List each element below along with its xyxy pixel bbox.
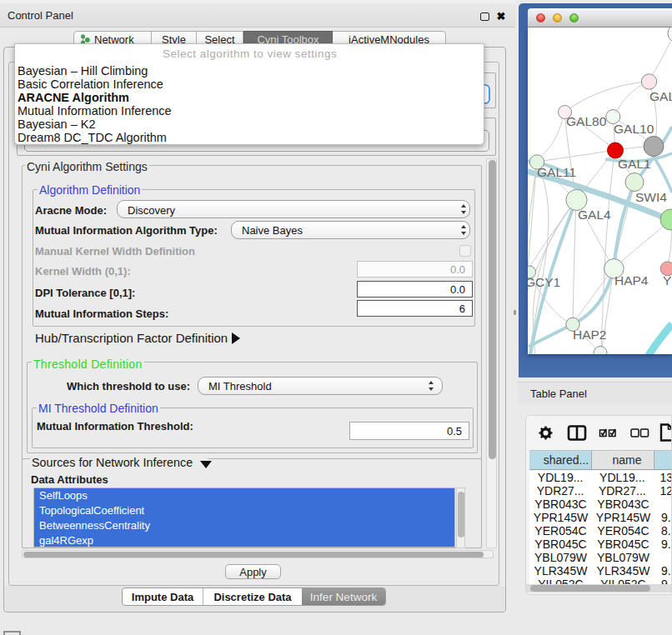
svg-text:GAL4: GAL4 — [578, 208, 611, 222]
svg-text:GAL10: GAL10 — [614, 122, 654, 136]
svg-text:HAP2: HAP2 — [573, 328, 607, 342]
svg-text:GAL: GAL — [649, 89, 672, 103]
svg-text:Y: Y — [663, 273, 671, 288]
svg-text:GCY1: GCY1 — [528, 275, 560, 289]
svg-text:GAL80: GAL80 — [566, 114, 607, 128]
svg-text:SWI4: SWI4 — [635, 190, 667, 204]
svg-text:HAP4: HAP4 — [614, 273, 649, 288]
svg-text:GAL11: GAL11 — [537, 165, 576, 179]
svg-text:GAL1: GAL1 — [618, 157, 651, 171]
